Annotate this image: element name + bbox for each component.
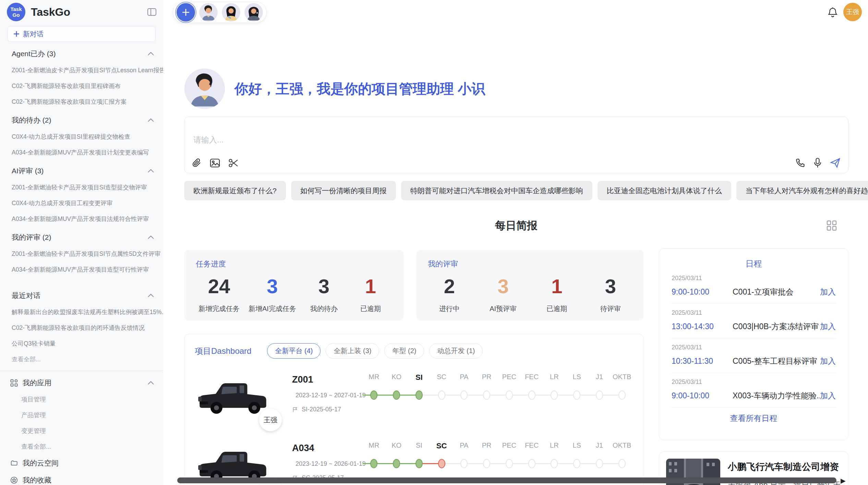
stat-label: 进行中 [431, 304, 468, 313]
event-name: C003|H0B-方案冻结评审 [733, 321, 820, 332]
join-meeting-link[interactable]: 加入 [820, 390, 836, 401]
join-meeting-link[interactable]: 加入 [820, 321, 836, 332]
send-icon[interactable] [830, 158, 841, 168]
milestone-label: MR [363, 373, 385, 382]
chevron-up-icon [147, 52, 154, 56]
suggestion-chip[interactable]: 比亚迪全固态电池计划具体说了什么 [598, 181, 731, 200]
milestone-label: MR [363, 442, 385, 450]
project-row[interactable]: 王强 Z001 2023-12-19 ~ 2027-01-19 SI-2025-… [195, 372, 633, 427]
join-meeting-link[interactable]: 加入 [820, 287, 836, 297]
sidebar-conversation[interactable]: C02-飞腾新能源轻客改款项目里程碑画布 [0, 78, 163, 94]
insert-image-icon[interactable] [210, 158, 220, 168]
sidebar-conversation[interactable]: 公司Q3轻卡销量 [0, 336, 163, 351]
divider [0, 371, 163, 371]
chat-input-box[interactable]: 请输入... [184, 116, 848, 173]
stat: 1 已逾期 [538, 275, 576, 313]
sidebar-section-recent: 最近对话 解释最新出台的欧盟报废车法规再生塑料比例被调至15%... C02-飞… [0, 287, 163, 367]
milestone-dot [460, 390, 468, 400]
filter-pill[interactable]: 全新上装 (3) [326, 343, 379, 359]
sidebar-conversation[interactable]: Z001-全新燃油皮卡产品开发项目SI节点Lesson Learn报告 [0, 62, 163, 78]
event-time: 9:00-10:00 [672, 287, 733, 297]
daily-briefing-title: 每日简报 [184, 219, 848, 233]
milestone-dot [528, 459, 535, 468]
user-avatar[interactable]: 王强 [843, 3, 862, 21]
section-header[interactable]: 我的评审 (2) [0, 229, 163, 246]
sidebar-app-project-mgmt[interactable]: 项目管理 [0, 391, 163, 407]
notifications-bell-icon[interactable] [828, 7, 838, 18]
horizontal-scrollbar[interactable] [177, 477, 836, 483]
milestone-dot [506, 459, 513, 468]
milestone-label: OKTB [611, 442, 633, 450]
filter-pill[interactable]: 年型 (2) [384, 343, 424, 359]
sidebar-item-favorites[interactable]: 我的收藏 [0, 472, 163, 485]
milestone-dot [393, 390, 400, 400]
scroll-right-arrow-icon[interactable]: ▶ [841, 477, 846, 485]
project-dashboard-card: 项目Dashboard 全新平台 (4) 全新上装 (3) 年型 (2) 动总开… [184, 334, 644, 485]
event-date: 2025/03/11 [672, 275, 836, 282]
view-all-apps[interactable]: 查看全部... [0, 439, 163, 455]
sidebar-conversation[interactable]: 解释最新出台的欧盟报废车法规再生塑料比例被调至15%... [0, 304, 163, 320]
dashboard-title: 项目Dashboard [195, 346, 251, 357]
filter-pill[interactable]: 全新平台 (4) [267, 343, 321, 359]
event-date: 2025/03/11 [672, 309, 836, 316]
sidebar-item-my-apps[interactable]: 我的应用 [0, 374, 163, 391]
suggestion-chip[interactable]: 特朗普可能对进口汽车增税会对中国车企造成哪些影响 [401, 181, 592, 200]
section-header[interactable]: 最近对话 [0, 287, 163, 304]
chevron-up-icon [147, 118, 154, 122]
agent-avatar[interactable] [199, 3, 218, 22]
view-all-conversations[interactable]: 查看全部... [0, 351, 163, 367]
sidebar-conversation[interactable]: C0X4-动力总成开发项目工程变更评审 [0, 195, 163, 211]
view-all-schedule-link[interactable]: 查看所有日程 [672, 408, 836, 429]
milestone-dot [483, 459, 490, 468]
join-meeting-link[interactable]: 加入 [820, 356, 836, 366]
milestone-label: SI [408, 373, 431, 382]
milestone-label: KO [385, 442, 408, 450]
sidebar-conversation[interactable]: A034-全新新能源MUV产品开发项目造型可行性评审 [0, 262, 163, 277]
sidebar-conversation[interactable]: A034-全新新能源MUV产品开发项目计划变更表编写 [0, 145, 163, 160]
milestone-dot [528, 390, 535, 400]
sidebar-app-change-mgmt[interactable]: 变更管理 [0, 423, 163, 439]
sidebar-conversation[interactable]: A034-全新新能源MUV产品开发项目法规符合性评审 [0, 211, 163, 227]
sidebar-conversation[interactable]: C02-飞腾新能源轻客改款项目立项汇报方案 [0, 94, 163, 110]
milestone-dot [415, 459, 423, 468]
stat: 2 进行中 [431, 275, 468, 313]
new-chat-button[interactable]: 新对话 [8, 26, 156, 42]
agent-avatar[interactable] [222, 3, 240, 22]
sidebar-conversation[interactable]: Z001-全新燃油轻卡产品开发项目SI造型提交物评审 [0, 179, 163, 195]
section-header[interactable]: AI评审 (3) [0, 162, 163, 179]
chevron-up-icon [147, 169, 154, 173]
section-header[interactable]: Agent已办 (3) [0, 45, 163, 62]
sidebar-conversation[interactable]: Z001-全新燃油轻卡产品开发项目SI节点属性5D文件评审 [0, 246, 163, 262]
add-agent-button[interactable] [177, 3, 195, 22]
my-review-card: 我的评审 2 进行中 3 AI预评审 1 已逾期 3 待评审 [416, 250, 644, 321]
filter-pill[interactable]: 动总开发 (1) [429, 343, 483, 359]
project-code: A034 [292, 443, 363, 453]
voice-call-icon[interactable] [795, 158, 805, 168]
briefing-layout-grid-icon[interactable] [826, 220, 837, 231]
event-name: C005-整车工程目标评审 [733, 356, 820, 366]
section-header[interactable]: 我的待办 (2) [0, 112, 163, 129]
stat-value: 3 [305, 275, 343, 297]
milestone-dot [370, 459, 377, 468]
milestone-dot [573, 390, 580, 400]
suggestion-chip[interactable]: 欧洲新规最近颁布了什么? [184, 181, 286, 200]
attach-file-icon[interactable] [192, 158, 202, 168]
sidebar-item-cloud-space[interactable]: 我的云空间 [0, 455, 163, 472]
project-dates: 2023-12-19 ~ 2027-01-19 [296, 392, 366, 399]
chevron-up-icon [147, 235, 154, 239]
suggestion-chip[interactable]: 当下年轻人对汽车外观有怎样的喜好趋势 [736, 181, 868, 200]
sidebar: Task Go TaskGo 新对话 Agent已办 (3) Z001-全新燃油… [0, 0, 163, 485]
schedule-title: 日程 [672, 258, 836, 269]
sidebar-conversation[interactable]: C02-飞腾新能源轻客改款项目的闭环通告反馈情况 [0, 320, 163, 336]
collapse-sidebar-icon[interactable] [147, 8, 156, 16]
microphone-icon[interactable] [813, 158, 822, 168]
agent-avatar[interactable] [244, 3, 263, 22]
user-name: 王强 [846, 8, 859, 16]
sidebar-app-product-mgmt[interactable]: 产品管理 [0, 407, 163, 423]
suggestion-chip[interactable]: 如何写一份清晰的项目周报 [291, 181, 396, 200]
project-dates: 2023-12-19 ~ 2026-01-19 [296, 460, 366, 468]
screenshot-scissors-icon[interactable] [228, 158, 239, 168]
my-apps-label: 我的应用 [23, 378, 143, 388]
sidebar-conversation[interactable]: C0X4-动力总成开发项目SI里程碑提交物检查 [0, 129, 163, 145]
stat-value: 3 [484, 275, 522, 297]
